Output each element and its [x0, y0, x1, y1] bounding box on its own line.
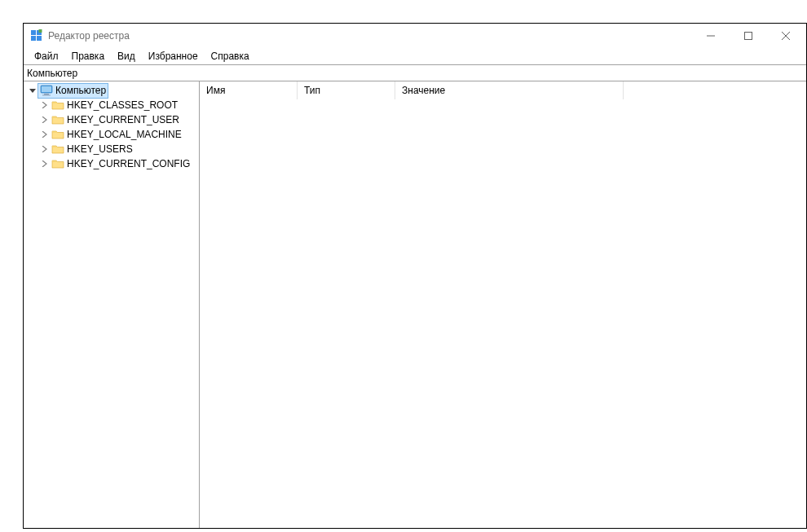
column-header-type[interactable]: Тип: [298, 81, 395, 99]
maximize-button[interactable]: [730, 24, 767, 48]
folder-icon: [51, 129, 64, 140]
folder-icon: [51, 143, 64, 155]
tree-node-hkey-classes-root[interactable]: HKEY_CLASSES_ROOT: [24, 98, 199, 112]
tree-node-computer[interactable]: Компьютер: [24, 83, 199, 98]
tree-pane[interactable]: Компьютер HKEY_CLASSES_ROOT: [24, 81, 200, 528]
folder-icon: [51, 99, 64, 111]
tree-label: HKEY_USERS: [67, 143, 133, 155]
svg-rect-3: [37, 36, 42, 41]
tree-label: HKEY_CURRENT_USER: [67, 114, 179, 125]
menubar: Файл Правка Вид Избранное Справка: [24, 48, 806, 64]
computer-icon: [40, 85, 53, 96]
app-icon: [30, 29, 43, 42]
tree-label: HKEY_CLASSES_ROOT: [67, 99, 178, 111]
chevron-right-icon[interactable]: [38, 143, 50, 155]
minimize-button[interactable]: [692, 24, 730, 48]
list-body[interactable]: [200, 99, 806, 528]
chevron-right-icon[interactable]: [38, 158, 50, 169]
column-header-value[interactable]: Значение: [395, 81, 624, 99]
svg-rect-4: [39, 29, 42, 33]
svg-rect-6: [745, 33, 752, 40]
menu-view[interactable]: Вид: [112, 49, 141, 64]
menu-help[interactable]: Справка: [205, 49, 255, 64]
folder-icon: [51, 114, 64, 125]
svg-rect-0: [31, 30, 36, 35]
list-header: Имя Тип Значение: [200, 81, 806, 99]
tree-node-hkey-current-config[interactable]: HKEY_CURRENT_CONFIG: [24, 156, 199, 171]
address-path: Компьютер: [27, 68, 77, 79]
svg-rect-2: [31, 36, 36, 41]
svg-rect-10: [42, 86, 51, 92]
content-area: Компьютер HKEY_CLASSES_ROOT: [24, 81, 806, 528]
chevron-right-icon[interactable]: [38, 129, 50, 140]
tree-label: HKEY_LOCAL_MACHINE: [67, 129, 182, 140]
window-controls: [692, 24, 805, 48]
address-bar[interactable]: Компьютер: [24, 64, 806, 81]
tree-node-hkey-users[interactable]: HKEY_USERS: [24, 142, 199, 156]
tree-label: Компьютер: [55, 85, 106, 96]
menu-file[interactable]: Файл: [29, 49, 64, 64]
window-title: Редактор реестра: [48, 30, 692, 42]
column-header-name[interactable]: Имя: [200, 81, 298, 99]
close-button[interactable]: [767, 24, 805, 48]
list-pane[interactable]: Имя Тип Значение: [200, 81, 806, 528]
svg-rect-12: [42, 95, 51, 95]
svg-rect-11: [44, 94, 49, 95]
chevron-down-icon[interactable]: [27, 85, 38, 96]
folder-icon: [51, 158, 64, 169]
titlebar[interactable]: Редактор реестра: [24, 24, 806, 48]
tree-node-hkey-local-machine[interactable]: HKEY_LOCAL_MACHINE: [24, 127, 199, 142]
tree-label: HKEY_CURRENT_CONFIG: [67, 158, 190, 169]
menu-edit[interactable]: Правка: [66, 49, 111, 64]
tree-node-hkey-current-user[interactable]: HKEY_CURRENT_USER: [24, 112, 199, 127]
chevron-right-icon[interactable]: [38, 99, 50, 111]
registry-editor-window: Редактор реестра Файл Правка Вид Избранн…: [23, 23, 807, 529]
menu-favorites[interactable]: Избранное: [143, 49, 204, 64]
chevron-right-icon[interactable]: [38, 114, 50, 125]
